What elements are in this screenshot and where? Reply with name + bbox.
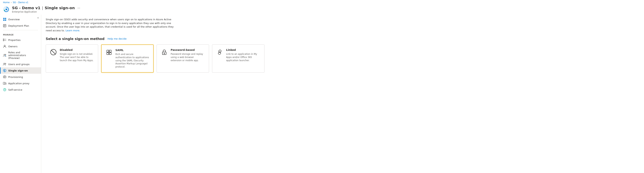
svg-point-20 <box>4 63 5 64</box>
app-icon <box>3 6 10 13</box>
disabled-card-desc: Single sign-on is not enabled. The user … <box>60 53 94 62</box>
linked-card-desc: Link to an application in My Apps and/or… <box>226 53 260 62</box>
svg-rect-6 <box>5 20 6 21</box>
application-proxy-icon <box>3 82 6 85</box>
more-options-button[interactable]: ··· <box>76 6 81 10</box>
svg-rect-5 <box>3 20 4 21</box>
password-card-body: Password-based Password storage and repl… <box>171 48 205 62</box>
sso-card-disabled[interactable]: Disabled Single sign-on is not enabled. … <box>46 45 98 73</box>
disabled-card-title: Disabled <box>60 48 94 51</box>
linked-card-title: Linked <box>226 48 260 51</box>
sidebar-item-deployment-plan-label: Deployment Plan <box>8 24 29 27</box>
disabled-card-body: Disabled Single sign-on is not enabled. … <box>60 48 94 62</box>
help-me-decide-link[interactable]: Help me decide <box>108 37 127 40</box>
sso-card-linked[interactable]: Linked Link to an application in My Apps… <box>212 45 264 73</box>
breadcrumb: Home › SG - Demo v1 <box>0 0 644 5</box>
page-name: Single sign-on <box>44 6 75 10</box>
sidebar-item-roles-admins[interactable]: + Roles and administrators (Preview) <box>0 50 41 61</box>
app-name: SG - Demo v1 <box>12 6 40 10</box>
svg-point-21 <box>5 63 6 64</box>
sidebar-item-users-groups-label: Users and groups <box>8 63 30 66</box>
svg-rect-13 <box>3 40 4 41</box>
breadcrumb-home[interactable]: Home <box>3 1 10 4</box>
linked-icon <box>216 48 224 56</box>
svg-point-16 <box>4 54 5 55</box>
properties-icon <box>3 38 6 42</box>
sidebar: « Overview Depl <box>0 15 41 173</box>
sidebar-item-app-proxy-label: Application proxy <box>8 82 30 85</box>
self-service-icon <box>3 88 6 91</box>
owners-icon <box>3 45 6 48</box>
sso-description: Single sign-on (SSO) adds security and c… <box>46 18 177 32</box>
svg-rect-11 <box>3 39 4 40</box>
sidebar-item-deployment-plan[interactable]: Deployment Plan <box>0 23 41 29</box>
sidebar-item-roles-label: Roles and administrators (Preview) <box>8 51 38 60</box>
provisioning-icon <box>3 75 6 79</box>
svg-rect-4 <box>5 18 6 19</box>
sso-card-saml[interactable]: SAML Rich and secure authentication to a… <box>101 45 154 73</box>
header-title-row: SG - Demo v1 | Single sign-on ··· <box>12 6 81 10</box>
saml-card-title: SAML <box>116 49 150 52</box>
section-title-row: Select a single sign-on method Help me d… <box>46 37 640 41</box>
password-card-title: Password-based <box>171 48 205 51</box>
content-area: Single sign-on (SSO) adds security and c… <box>41 15 644 173</box>
sidebar-item-properties-label: Properties <box>8 39 20 42</box>
title-separator: | <box>42 6 43 10</box>
manage-section-label: Manage <box>0 31 41 37</box>
roles-icon: + <box>3 54 6 57</box>
overview-icon <box>3 18 6 21</box>
header-subtitle: Enterprise Application <box>12 11 81 13</box>
sidebar-item-properties[interactable]: Properties <box>0 37 41 43</box>
sidebar-item-sso-label: Single sign-on <box>8 69 28 72</box>
main-layout: « Overview Depl <box>0 15 644 173</box>
sso-cards-row: Disabled Single sign-on is not enabled. … <box>46 45 640 73</box>
saml-card-desc: Rich and secure authentication to applic… <box>116 53 150 69</box>
section-title: Select a single sign-on method <box>46 37 104 41</box>
svg-rect-24 <box>3 76 6 78</box>
sidebar-collapse-button[interactable]: « <box>36 16 40 20</box>
svg-rect-28 <box>4 83 6 84</box>
saml-icon <box>105 49 113 56</box>
saml-card-body: SAML Rich and secure authentication to a… <box>116 49 150 69</box>
svg-line-34 <box>51 50 56 54</box>
svg-rect-3 <box>3 18 4 19</box>
svg-point-2 <box>6 9 7 10</box>
sidebar-item-self-service[interactable]: Self-service <box>0 87 41 93</box>
sidebar-item-owners[interactable]: Owners <box>0 43 41 50</box>
password-card-desc: Password storage and replay using a web … <box>171 53 205 62</box>
sidebar-item-single-sign-on[interactable]: Single sign-on <box>0 67 41 74</box>
sidebar-item-self-service-label: Self-service <box>8 88 22 91</box>
sidebar-item-owners-label: Owners <box>8 45 18 48</box>
sidebar-item-overview[interactable]: Overview <box>0 16 41 23</box>
header-text: SG - Demo v1 | Single sign-on ··· Enterp… <box>12 6 81 13</box>
disabled-icon <box>50 48 57 56</box>
breadcrumb-app[interactable]: SG - Demo v1 <box>13 1 28 4</box>
sidebar-item-overview-label: Overview <box>8 18 20 21</box>
sidebar-item-application-proxy[interactable]: Application proxy <box>0 80 41 87</box>
password-icon <box>160 48 168 56</box>
sidebar-item-users-groups[interactable]: Users and groups <box>0 61 41 67</box>
deployment-plan-icon <box>3 24 6 27</box>
svg-point-17 <box>5 54 6 55</box>
sidebar-item-provisioning-label: Provisioning <box>8 76 23 78</box>
page-header: SG - Demo v1 | Single sign-on ··· Enterp… <box>0 5 644 15</box>
svg-point-15 <box>4 45 6 47</box>
linked-card-body: Linked Link to an application in My Apps… <box>226 48 260 62</box>
svg-point-32 <box>4 90 5 91</box>
learn-more-link[interactable]: Learn more. <box>66 29 80 32</box>
sso-card-password[interactable]: Password-based Password storage and repl… <box>156 45 209 73</box>
users-groups-icon <box>3 63 6 66</box>
breadcrumb-sep: › <box>11 1 12 4</box>
sidebar-divider <box>3 30 38 30</box>
sidebar-item-provisioning[interactable]: Provisioning <box>0 74 41 80</box>
single-sign-on-icon <box>3 69 6 72</box>
